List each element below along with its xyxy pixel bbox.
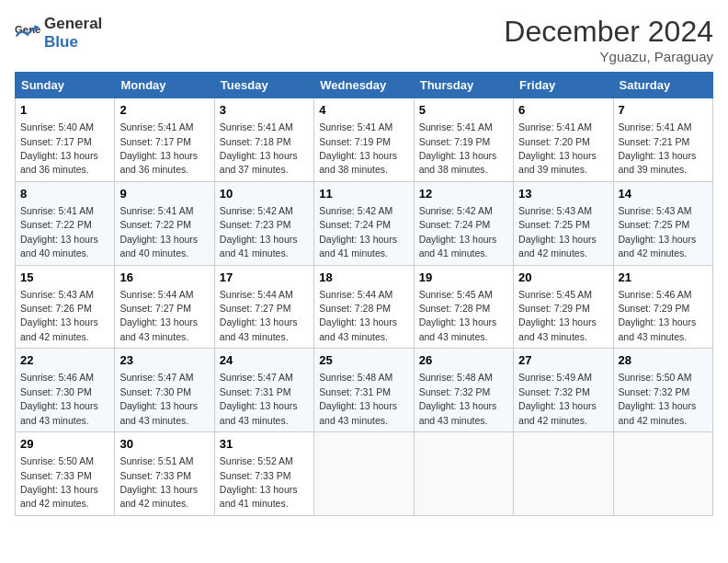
day-number: 21: [619, 270, 708, 286]
sunrise-info: Sunrise: 5:43 AM: [619, 205, 692, 216]
day-number: 31: [220, 436, 309, 453]
sunrise-info: Sunrise: 5:41 AM: [220, 121, 293, 132]
daylight-info: Daylight: 13 hours and 43 minutes.: [619, 316, 697, 341]
sunset-info: Sunset: 7:31 PM: [220, 386, 291, 397]
day-cell-24: 24 Sunrise: 5:47 AM Sunset: 7:31 PM Dayl…: [214, 349, 313, 432]
col-header-sunday: Sunday: [16, 73, 115, 98]
day-number: 13: [518, 186, 608, 202]
calendar-week-4: 22 Sunrise: 5:46 AM Sunset: 7:30 PM Dayl…: [16, 349, 713, 432]
sunset-info: Sunset: 7:17 PM: [119, 136, 191, 147]
subtitle: Yguazu, Paraguay: [504, 49, 713, 64]
sunset-info: Sunset: 7:17 PM: [20, 136, 92, 147]
sunrise-info: Sunrise: 5:46 AM: [20, 372, 94, 383]
day-number: 25: [319, 352, 408, 369]
daylight-info: Daylight: 13 hours and 42 minutes.: [20, 484, 98, 509]
empty-cell: [314, 432, 414, 516]
day-cell-14: 14 Sunrise: 5:43 AM Sunset: 7:25 PM Dayl…: [613, 181, 712, 265]
daylight-info: Daylight: 13 hours and 36 minutes.: [119, 150, 198, 175]
col-header-monday: Monday: [115, 73, 214, 98]
sunset-info: Sunset: 7:18 PM: [220, 136, 291, 147]
day-cell-30: 30 Sunrise: 5:51 AM Sunset: 7:33 PM Dayl…: [115, 432, 214, 516]
daylight-info: Daylight: 13 hours and 43 minutes.: [119, 316, 198, 341]
daylight-info: Daylight: 13 hours and 42 minutes.: [619, 400, 697, 425]
month-title: December 2024: [504, 15, 713, 49]
sunrise-info: Sunrise: 5:41 AM: [119, 205, 193, 216]
daylight-info: Daylight: 13 hours and 38 minutes.: [419, 150, 497, 175]
sunrise-info: Sunrise: 5:41 AM: [319, 121, 392, 132]
sunset-info: Sunset: 7:29 PM: [518, 303, 590, 314]
col-header-wednesday: Wednesday: [314, 73, 414, 98]
day-cell-7: 7 Sunrise: 5:41 AM Sunset: 7:21 PM Dayli…: [613, 98, 712, 182]
title-area: December 2024 Yguazu, Paraguay: [504, 15, 713, 64]
day-cell-26: 26 Sunrise: 5:48 AM Sunset: 7:32 PM Dayl…: [414, 349, 513, 432]
page-header: General General Blue December 2024 Yguaz…: [15, 15, 713, 64]
sunrise-info: Sunrise: 5:48 AM: [419, 372, 493, 383]
day-number: 26: [419, 352, 508, 369]
calendar-week-3: 15 Sunrise: 5:43 AM Sunset: 7:26 PM Dayl…: [16, 265, 713, 349]
sunset-info: Sunset: 7:19 PM: [319, 136, 391, 147]
day-number: 11: [319, 186, 408, 202]
sunset-info: Sunset: 7:32 PM: [419, 386, 491, 397]
day-number: 4: [319, 102, 408, 119]
sunset-info: Sunset: 7:25 PM: [619, 219, 690, 230]
day-cell-2: 2 Sunrise: 5:41 AM Sunset: 7:17 PM Dayli…: [115, 98, 214, 182]
sunrise-info: Sunrise: 5:41 AM: [619, 121, 692, 132]
day-cell-23: 23 Sunrise: 5:47 AM Sunset: 7:30 PM Dayl…: [115, 349, 214, 432]
sunset-info: Sunset: 7:28 PM: [419, 303, 491, 314]
day-number: 10: [220, 186, 309, 202]
daylight-info: Daylight: 13 hours and 38 minutes.: [319, 150, 397, 175]
day-number: 28: [619, 352, 708, 369]
sunrise-info: Sunrise: 5:43 AM: [20, 289, 94, 300]
sunrise-info: Sunrise: 5:47 AM: [220, 372, 293, 383]
day-cell-17: 17 Sunrise: 5:44 AM Sunset: 7:27 PM Dayl…: [214, 265, 313, 349]
day-cell-8: 8 Sunrise: 5:41 AM Sunset: 7:22 PM Dayli…: [16, 181, 115, 265]
sunset-info: Sunset: 7:25 PM: [518, 219, 590, 230]
calendar-week-2: 8 Sunrise: 5:41 AM Sunset: 7:22 PM Dayli…: [16, 181, 713, 265]
sunrise-info: Sunrise: 5:44 AM: [220, 289, 293, 300]
day-number: 5: [419, 102, 508, 119]
day-cell-19: 19 Sunrise: 5:45 AM Sunset: 7:28 PM Dayl…: [414, 265, 513, 349]
daylight-info: Daylight: 13 hours and 42 minutes.: [518, 234, 597, 259]
sunrise-info: Sunrise: 5:42 AM: [319, 205, 392, 216]
day-cell-15: 15 Sunrise: 5:43 AM Sunset: 7:26 PM Dayl…: [16, 265, 115, 349]
logo-icon: General: [15, 20, 40, 46]
daylight-info: Daylight: 13 hours and 42 minutes.: [119, 484, 198, 509]
sunrise-info: Sunrise: 5:43 AM: [518, 205, 592, 216]
sunset-info: Sunset: 7:24 PM: [319, 219, 391, 230]
logo-general-text: General: [44, 15, 102, 32]
daylight-info: Daylight: 13 hours and 43 minutes.: [20, 400, 98, 425]
sunrise-info: Sunrise: 5:41 AM: [20, 205, 94, 216]
daylight-info: Daylight: 13 hours and 42 minutes.: [20, 316, 98, 341]
daylight-info: Daylight: 13 hours and 42 minutes.: [518, 400, 597, 425]
daylight-info: Daylight: 13 hours and 39 minutes.: [518, 150, 597, 175]
day-number: 17: [220, 270, 309, 286]
sunrise-info: Sunrise: 5:48 AM: [319, 372, 392, 383]
col-header-tuesday: Tuesday: [214, 73, 313, 98]
day-cell-21: 21 Sunrise: 5:46 AM Sunset: 7:29 PM Dayl…: [613, 265, 712, 349]
sunset-info: Sunset: 7:21 PM: [619, 136, 690, 147]
sunset-info: Sunset: 7:23 PM: [220, 219, 291, 230]
sunset-info: Sunset: 7:32 PM: [518, 386, 590, 397]
day-number: 24: [220, 352, 309, 369]
empty-cell: [613, 432, 712, 516]
sunrise-info: Sunrise: 5:51 AM: [119, 455, 193, 466]
day-cell-28: 28 Sunrise: 5:50 AM Sunset: 7:32 PM Dayl…: [613, 349, 712, 432]
daylight-info: Daylight: 13 hours and 42 minutes.: [619, 234, 697, 259]
col-header-thursday: Thursday: [414, 73, 513, 98]
daylight-info: Daylight: 13 hours and 41 minutes.: [319, 234, 397, 259]
day-number: 3: [220, 102, 309, 119]
sunrise-info: Sunrise: 5:50 AM: [619, 372, 692, 383]
day-cell-20: 20 Sunrise: 5:45 AM Sunset: 7:29 PM Dayl…: [514, 265, 613, 349]
sunset-info: Sunset: 7:33 PM: [119, 470, 191, 481]
daylight-info: Daylight: 13 hours and 41 minutes.: [220, 234, 298, 259]
sunrise-info: Sunrise: 5:42 AM: [220, 205, 293, 216]
daylight-info: Daylight: 13 hours and 43 minutes.: [319, 316, 397, 341]
day-number: 29: [20, 436, 109, 453]
day-cell-4: 4 Sunrise: 5:41 AM Sunset: 7:19 PM Dayli…: [314, 98, 414, 182]
header-row: SundayMondayTuesdayWednesdayThursdayFrid…: [16, 73, 713, 98]
sunset-info: Sunset: 7:33 PM: [20, 470, 92, 481]
daylight-info: Daylight: 13 hours and 39 minutes.: [619, 150, 697, 175]
sunrise-info: Sunrise: 5:47 AM: [119, 372, 193, 383]
daylight-info: Daylight: 13 hours and 43 minutes.: [220, 316, 298, 341]
day-cell-13: 13 Sunrise: 5:43 AM Sunset: 7:25 PM Dayl…: [514, 181, 613, 265]
